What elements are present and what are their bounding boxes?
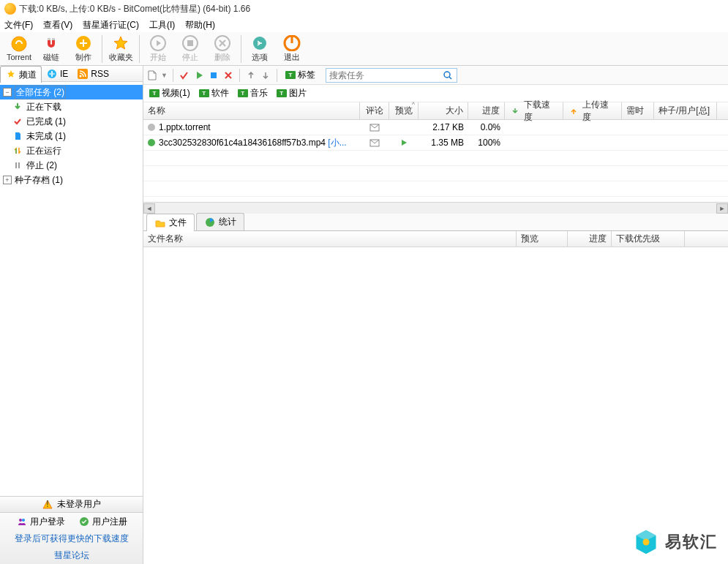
sidebar-tabs: 频道 IE RSS bbox=[0, 66, 143, 82]
col-name[interactable]: 名称 bbox=[143, 102, 360, 119]
tree-incomplete[interactable]: 未完成 (1) bbox=[0, 129, 143, 143]
envelope-icon[interactable] bbox=[369, 121, 380, 133]
magnet-button[interactable]: 磁链 bbox=[35, 33, 67, 65]
col-peers[interactable]: 种子/用户[总] bbox=[654, 102, 717, 119]
dcol-preview[interactable]: 预览 bbox=[517, 231, 568, 247]
sidebar-tree: − 全部任务 (2) 正在下载 已完成 (1) 未完成 (1) 正在运行 bbox=[0, 82, 143, 496]
col-time[interactable]: 需时 bbox=[622, 102, 654, 119]
exit-button[interactable]: 退出 bbox=[276, 33, 308, 65]
svg-rect-1 bbox=[48, 38, 50, 40]
task-list: 1.pptx.torrent 2.17 KB 0.0% 3cc302532830… bbox=[143, 120, 728, 202]
options-icon bbox=[251, 35, 269, 51]
task-row[interactable]: 1.pptx.torrent 2.17 KB 0.0% bbox=[143, 120, 728, 135]
delete-button[interactable]: 删除 bbox=[206, 33, 239, 65]
svg-point-0 bbox=[12, 37, 26, 51]
ie-icon bbox=[46, 68, 58, 80]
login-button[interactable]: 用户登录 bbox=[12, 514, 70, 530]
options-button[interactable]: 选项 bbox=[244, 33, 276, 65]
col-dl[interactable]: 下载速度 bbox=[505, 102, 563, 119]
window-title: 下载:0 KB/s, 上传:0 KB/s - BitComet(比特彗星) (6… bbox=[19, 3, 250, 15]
svg-rect-15 bbox=[18, 162, 20, 168]
envelope-icon[interactable] bbox=[369, 137, 380, 148]
filter-software[interactable]: T软件 bbox=[199, 87, 229, 99]
menu-view[interactable]: 查看(V) bbox=[43, 19, 72, 31]
scroll-right-icon[interactable]: ► bbox=[716, 203, 728, 214]
search-input[interactable] bbox=[329, 70, 442, 80]
stop-button[interactable]: 停止 bbox=[174, 33, 206, 65]
detail-tabs: 文件 统计 bbox=[143, 214, 728, 231]
col-progress[interactable]: 进度 bbox=[468, 102, 505, 119]
toolbar-separator bbox=[139, 35, 140, 63]
svg-rect-2 bbox=[52, 38, 55, 40]
favorites-button[interactable]: 收藏夹 bbox=[105, 33, 137, 65]
col-ul[interactable]: 上传速度 bbox=[563, 102, 622, 119]
start-button[interactable]: 开始 bbox=[142, 33, 174, 65]
detail-header: 文件名称 预览 进度 下载优先级 bbox=[143, 231, 728, 247]
dcol-priority[interactable]: 下载优先级 bbox=[612, 231, 685, 247]
watermark-logo-icon bbox=[633, 529, 659, 555]
play-small-icon[interactable] bbox=[193, 69, 205, 81]
make-button[interactable]: 制作 bbox=[67, 33, 100, 65]
svg-point-17 bbox=[19, 519, 22, 522]
menubar: 文件(F) 查看(V) 彗星通行证(C) 工具(I) 帮助(H) bbox=[0, 18, 728, 32]
filter-video[interactable]: T视频(1) bbox=[149, 87, 190, 99]
empty-row bbox=[143, 166, 728, 181]
torrent-button[interactable]: Torrent bbox=[3, 33, 35, 65]
star-icon bbox=[112, 35, 130, 51]
chart-icon bbox=[204, 217, 216, 228]
search-box[interactable] bbox=[326, 68, 457, 83]
col-comment[interactable]: 评论 bbox=[360, 102, 389, 119]
forum-link[interactable]: 彗星论坛 bbox=[0, 547, 143, 564]
dcol-filename[interactable]: 文件名称 bbox=[143, 231, 517, 247]
status-dot-green bbox=[148, 139, 155, 146]
make-icon bbox=[75, 35, 92, 51]
menu-help[interactable]: 帮助(H) bbox=[185, 19, 215, 31]
svg-line-22 bbox=[449, 77, 451, 79]
main-toolbar: Torrent 磁链 制作 收藏夹 开始 停止 删除 选项 退出 bbox=[0, 32, 728, 66]
scroll-left-icon[interactable]: ◄ bbox=[143, 203, 155, 214]
tree-all-tasks[interactable]: − 全部任务 (2) bbox=[0, 85, 143, 99]
menu-tools[interactable]: 工具(I) bbox=[149, 19, 175, 31]
svg-text:!: ! bbox=[46, 500, 48, 509]
col-preview[interactable]: 预览^ bbox=[389, 102, 419, 119]
stop-icon bbox=[181, 35, 199, 51]
expand-icon[interactable]: + bbox=[3, 176, 12, 184]
menu-file[interactable]: 文件(F) bbox=[4, 19, 33, 31]
down-small-icon[interactable] bbox=[260, 69, 271, 81]
sidebar-tab-channel[interactable]: 频道 bbox=[0, 66, 42, 83]
register-button[interactable]: 用户注册 bbox=[74, 514, 132, 530]
task-row[interactable]: 3cc302532830f61c4a18436168ff57b3.mp4 [小.… bbox=[143, 135, 728, 151]
check-small-icon[interactable] bbox=[179, 69, 190, 81]
col-size[interactable]: 大小 bbox=[419, 102, 468, 119]
down-arrow-icon bbox=[509, 105, 521, 117]
menu-passport[interactable]: 彗星通行证(C) bbox=[83, 19, 139, 31]
check-icon bbox=[12, 116, 23, 127]
up-small-icon[interactable] bbox=[245, 69, 257, 81]
play-preview-icon[interactable] bbox=[398, 137, 410, 148]
sidebar-tab-ie[interactable]: IE bbox=[42, 66, 72, 81]
dcol-progress[interactable]: 进度 bbox=[568, 231, 612, 247]
new-file-icon[interactable] bbox=[146, 69, 158, 81]
tag-icon: T bbox=[285, 71, 296, 79]
task-header: 名称 评论 预览^ 大小 进度 下载速度 上传速度 需时 种子/用户[总] bbox=[143, 102, 728, 120]
filter-music[interactable]: T音乐 bbox=[238, 87, 268, 99]
horizontal-scrollbar[interactable]: ◄ ► bbox=[143, 202, 728, 214]
tree-running[interactable]: 正在运行 bbox=[0, 143, 143, 158]
warning-icon: ! bbox=[42, 499, 53, 511]
delete-small-icon[interactable] bbox=[222, 69, 234, 81]
detail-tab-files[interactable]: 文件 bbox=[146, 214, 195, 231]
search-icon[interactable] bbox=[442, 69, 454, 81]
tree-stopped[interactable]: 停止 (2) bbox=[0, 158, 143, 173]
dropdown-arrow-icon[interactable]: ▼ bbox=[161, 72, 168, 79]
collapse-icon[interactable]: − bbox=[3, 88, 12, 97]
tag-button[interactable]: T 标签 bbox=[282, 68, 318, 82]
detail-tab-stats[interactable]: 统计 bbox=[196, 213, 244, 230]
check-circle-icon bbox=[78, 516, 90, 527]
filter-picture[interactable]: T图片 bbox=[277, 87, 307, 99]
tree-downloading[interactable]: 正在下载 bbox=[0, 99, 143, 114]
tree-archive[interactable]: + 种子存档 (1) bbox=[0, 173, 143, 187]
sidebar-tab-rss[interactable]: RSS bbox=[72, 66, 113, 81]
stop-small-icon[interactable] bbox=[208, 69, 219, 81]
tree-completed[interactable]: 已完成 (1) bbox=[0, 114, 143, 129]
users-icon bbox=[16, 516, 28, 527]
